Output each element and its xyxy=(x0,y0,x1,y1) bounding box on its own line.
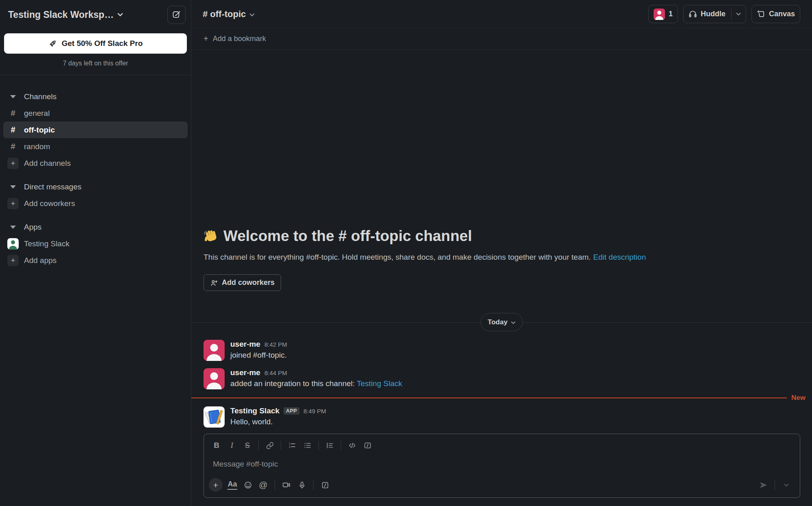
chevron-down-icon xyxy=(511,321,515,324)
new-label: New xyxy=(791,394,806,402)
message-author[interactable]: user-me xyxy=(230,340,260,349)
emoji-icon[interactable] xyxy=(240,478,256,492)
huddle-button[interactable]: Huddle xyxy=(683,5,746,23)
svg-text:1: 1 xyxy=(289,442,290,445)
sidebar-item-off-topic[interactable]: # off-topic xyxy=(3,122,188,138)
collapse-triangle-icon xyxy=(7,91,19,102)
channel-header: # off-topic 1 Huddle xyxy=(191,0,812,28)
waving-hand-emoji-icon xyxy=(204,228,219,244)
message-author[interactable]: Testing Slack xyxy=(230,406,279,415)
message-text: joined #off-topic. xyxy=(230,351,287,360)
message-text: added an integration to this channel: Te… xyxy=(230,379,402,388)
plus-icon: + xyxy=(204,34,208,43)
channel-label: off-topic xyxy=(24,126,55,135)
message-timestamp[interactable]: 8:42 PM xyxy=(264,341,287,348)
blockquote-icon[interactable] xyxy=(322,439,338,452)
message-text: Hello, world. xyxy=(230,417,326,426)
message-timestamp[interactable]: 8:44 PM xyxy=(264,369,287,376)
hash-icon: # xyxy=(7,124,19,136)
chevron-down-icon[interactable] xyxy=(736,12,741,16)
toolbar-divider xyxy=(313,480,314,490)
send-button[interactable] xyxy=(756,478,771,492)
members-button[interactable]: 1 xyxy=(648,5,678,23)
link-icon[interactable] xyxy=(262,439,277,452)
rocket-icon xyxy=(48,39,57,48)
user-avatar[interactable] xyxy=(204,340,225,361)
button-divider xyxy=(731,9,732,20)
app-avatar-book[interactable] xyxy=(204,406,225,428)
add-apps-button[interactable]: + Add apps xyxy=(3,252,188,269)
channel-description: This channel is for everything #off-topi… xyxy=(204,253,800,262)
message-author[interactable]: user-me xyxy=(230,368,260,377)
workspace-name: Testing Slack Worksp… xyxy=(8,9,114,20)
code-block-icon[interactable] xyxy=(360,439,375,452)
toolbar-divider xyxy=(258,441,259,450)
attach-plus-button[interactable]: + xyxy=(209,478,223,492)
message-content: Testing Slack APP 8:49 PM Hello, world. xyxy=(230,406,326,428)
mention-icon[interactable]: @ xyxy=(256,478,271,492)
person-plus-icon xyxy=(210,279,218,287)
italic-button[interactable]: I xyxy=(224,439,240,452)
message-timestamp[interactable]: 8:49 PM xyxy=(303,408,326,415)
sidebar-item-testing-slack-app[interactable]: Testing Slack xyxy=(3,235,188,252)
bold-button[interactable]: B xyxy=(209,439,224,452)
add-bookmark-button[interactable]: + Add a bookmark xyxy=(191,28,812,50)
upgrade-pro-button[interactable]: Get 50% Off Slack Pro xyxy=(4,33,187,54)
new-message-button[interactable] xyxy=(167,6,186,24)
date-divider: Today xyxy=(191,313,812,331)
bullet-list-icon[interactable] xyxy=(300,439,315,452)
message-input[interactable]: Message #off-topic xyxy=(204,454,800,475)
channel-welcome: Welcome to the # off-topic channel This … xyxy=(191,228,812,313)
upgrade-pro-label: Get 50% Off Slack Pro xyxy=(62,39,143,48)
toolbar-divider xyxy=(318,441,319,450)
plus-icon: + xyxy=(7,158,19,169)
offer-countdown: 7 days left on this offer xyxy=(4,60,187,67)
welcome-heading: Welcome to the # off-topic channel xyxy=(204,228,800,245)
channel-title: # off-topic xyxy=(203,9,246,20)
headphones-icon xyxy=(689,10,697,18)
huddle-label: Huddle xyxy=(701,10,725,18)
microphone-icon[interactable] xyxy=(294,478,310,492)
app-avatar-green-person xyxy=(7,238,19,250)
code-icon[interactable] xyxy=(344,439,360,452)
add-coworkers-sidebar-button[interactable]: + Add coworkers xyxy=(3,195,188,212)
send-controls xyxy=(756,478,794,492)
collapse-triangle-icon xyxy=(7,181,19,193)
new-messages-divider: New xyxy=(191,394,812,402)
add-apps-label: Add apps xyxy=(24,256,56,265)
slash-commands-icon[interactable] xyxy=(317,478,333,492)
canvas-button[interactable]: Canvas xyxy=(751,5,800,23)
send-options-chevron[interactable] xyxy=(779,478,794,492)
workspace-header: Testing Slack Worksp… xyxy=(0,0,191,29)
section-direct-messages[interactable]: Direct messages xyxy=(3,178,188,195)
sidebar-item-random[interactable]: # random xyxy=(3,138,188,155)
canvas-icon xyxy=(757,10,765,18)
message-row: Testing Slack APP 8:49 PM Hello, world. xyxy=(191,403,812,431)
section-apps[interactable]: Apps xyxy=(3,219,188,235)
video-icon[interactable] xyxy=(279,478,294,492)
toolbar-divider xyxy=(775,480,775,490)
section-channels[interactable]: Channels xyxy=(3,88,188,105)
integration-link[interactable]: Testing Slack xyxy=(357,379,402,388)
compose-icon xyxy=(172,10,181,19)
add-channels-button[interactable]: + Add channels xyxy=(3,155,188,172)
add-coworkers-button-label: Add coworkers xyxy=(222,278,275,287)
date-label: Today xyxy=(488,318,508,326)
pro-offer-box: Get 50% Off Slack Pro 7 days left on thi… xyxy=(0,29,191,67)
add-coworkers-button[interactable]: Add coworkers xyxy=(204,274,281,291)
text-format-toggle[interactable]: Aa xyxy=(225,478,240,492)
user-avatar[interactable] xyxy=(204,368,225,389)
welcome-title-text: Welcome to the # off-topic channel xyxy=(223,228,472,245)
workspace-switcher[interactable]: Testing Slack Worksp… xyxy=(8,9,123,20)
sidebar-item-general[interactable]: # general xyxy=(3,105,188,122)
member-count: 1 xyxy=(669,10,673,18)
ordered-list-icon[interactable]: 12 xyxy=(284,439,300,452)
strikethrough-button[interactable]: S xyxy=(240,439,255,452)
channel-pane: # off-topic 1 Huddle xyxy=(191,0,812,506)
chevron-down-icon xyxy=(117,13,123,17)
app-badge: APP xyxy=(284,407,299,415)
edit-description-link[interactable]: Edit description xyxy=(593,253,646,261)
toolbar-divider xyxy=(341,441,341,450)
channel-title-button[interactable]: # off-topic xyxy=(203,9,255,20)
date-pill-button[interactable]: Today xyxy=(481,313,523,331)
